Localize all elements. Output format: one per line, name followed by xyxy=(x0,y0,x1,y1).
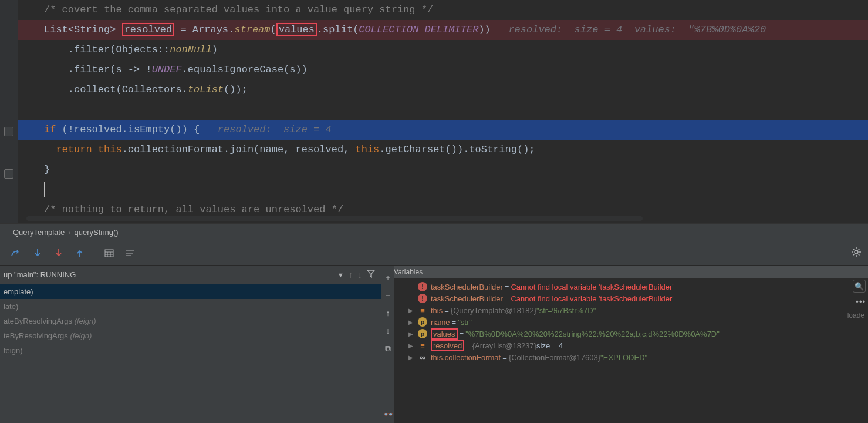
truncated-label: loade xyxy=(847,311,864,320)
svg-rect-0 xyxy=(105,250,113,257)
move-up-icon[interactable]: ↑ xyxy=(383,308,393,318)
step-out-icon[interactable] xyxy=(73,246,87,260)
debug-panel: up "main": RUNNING ▼ ↑ ↓ emplate)late)at… xyxy=(0,266,868,423)
code-line-current[interactable]: List<String> resolved = Arrays.stream(va… xyxy=(18,20,868,40)
editor-gutter xyxy=(0,0,18,223)
step-over-icon[interactable] xyxy=(9,246,23,260)
frames-panel: up "main": RUNNING ▼ ↑ ↓ emplate)late)at… xyxy=(0,266,381,423)
variables-side-toolbar: ＋ － ↑ ↓ ⧉ 👓 xyxy=(381,266,394,423)
settings-gear-icon[interactable] xyxy=(850,246,863,259)
variable-row[interactable]: ▶pname = "str" xyxy=(394,316,868,328)
more-icon[interactable]: ••• xyxy=(856,295,866,308)
inline-debug-hint: resolved: size = 4 values: "%7B%0D%0A%20 xyxy=(508,24,766,35)
add-watch-icon[interactable]: ＋ xyxy=(383,273,393,283)
code-comment: /* nothing to return, all values are unr… xyxy=(44,204,343,215)
caret-line[interactable] xyxy=(18,180,868,200)
gutter-marker-icon xyxy=(4,169,13,179)
thread-selector[interactable]: up "main": RUNNING ▼ ↑ ↓ xyxy=(0,266,381,284)
filter-icon[interactable] xyxy=(367,270,375,280)
variable-row[interactable]: ▶≡this = {QueryTemplate@18182} "str=%7Bs… xyxy=(394,304,868,316)
variables-tree[interactable]: !taskSchedulerBuilder = Cannot find loca… xyxy=(394,278,868,363)
glasses-icon[interactable]: 👓 xyxy=(383,409,393,419)
copy-icon[interactable]: ⧉ xyxy=(383,343,393,354)
variable-kind-icon: ≡ xyxy=(418,306,427,315)
variables-header: ≡ Variables xyxy=(381,266,868,278)
gutter-marker-icon xyxy=(4,127,13,136)
error-icon: ! xyxy=(418,294,427,303)
highlight-resolved-decl: resolved xyxy=(122,23,175,36)
variables-panel: ⇲ ↗ ⤢ ⎯ ≡ Variables ＋ － ↑ ↓ ⧉ 👓 🔍 ••• lo… xyxy=(381,266,868,423)
variable-row[interactable]: ▶pvalues = "%7B%0D%0A%20%20%22string%22:… xyxy=(394,328,868,340)
code-comment: /* covert the comma separated values int… xyxy=(44,4,433,15)
next-frame-icon[interactable]: ↓ xyxy=(358,270,363,280)
trace-current-stream-icon[interactable] xyxy=(123,246,137,260)
move-down-icon[interactable]: ↓ xyxy=(383,325,393,336)
variable-row[interactable]: !taskSchedulerBuilder = Cannot find loca… xyxy=(394,293,868,304)
breadcrumb-item[interactable]: queryString() xyxy=(75,228,119,237)
frames-list[interactable]: emplate)late)ateByResolvingArgs (feign)t… xyxy=(0,284,381,423)
highlight-values-ref: values xyxy=(276,23,317,36)
variable-kind-icon: p xyxy=(418,329,427,338)
svg-point-8 xyxy=(855,250,858,254)
variable-row[interactable]: !taskSchedulerBuilder = Cannot find loca… xyxy=(394,281,868,293)
frame-item[interactable]: ateByResolvingArgs (feign) xyxy=(0,314,381,328)
inline-debug-hint: resolved: size = 4 xyxy=(218,124,332,135)
remove-watch-icon[interactable]: － xyxy=(383,290,393,301)
frame-item[interactable]: late) xyxy=(0,299,381,314)
variable-kind-icon: ≡ xyxy=(418,341,427,350)
frame-item[interactable]: feign) xyxy=(0,343,381,358)
frame-item[interactable]: teByResolvingArgs (feign) xyxy=(0,328,381,343)
prev-frame-icon[interactable]: ↑ xyxy=(349,270,353,280)
variable-row[interactable]: ▶≡resolved = {ArrayList@18237} size = 4 xyxy=(394,340,868,351)
frame-item[interactable]: emplate) xyxy=(0,284,381,299)
variable-kind-icon: ∞ xyxy=(418,352,427,362)
find-icon[interactable]: 🔍 xyxy=(853,280,866,293)
debug-toolbar xyxy=(0,241,868,266)
code-line-execution-point[interactable]: if (!resolved.isEmpty()) { resolved: siz… xyxy=(18,120,868,140)
step-into-icon[interactable] xyxy=(31,246,45,260)
breadcrumb-item[interactable]: QueryTemplate xyxy=(13,228,65,237)
error-icon: ! xyxy=(418,282,427,291)
variable-kind-icon: p xyxy=(418,317,427,327)
breadcrumb[interactable]: QueryTemplate › queryString() xyxy=(0,223,868,241)
dropdown-icon[interactable]: ▼ xyxy=(337,271,344,278)
evaluate-expression-icon[interactable] xyxy=(102,246,116,260)
code-editor[interactable]: /* covert the comma separated values int… xyxy=(0,0,868,223)
force-step-into-icon[interactable] xyxy=(52,246,66,260)
variable-row[interactable]: ▶∞this.collectionFormat = {CollectionFor… xyxy=(394,351,868,363)
chevron-right-icon: › xyxy=(68,228,70,237)
horizontal-scrollbar[interactable] xyxy=(26,216,643,221)
